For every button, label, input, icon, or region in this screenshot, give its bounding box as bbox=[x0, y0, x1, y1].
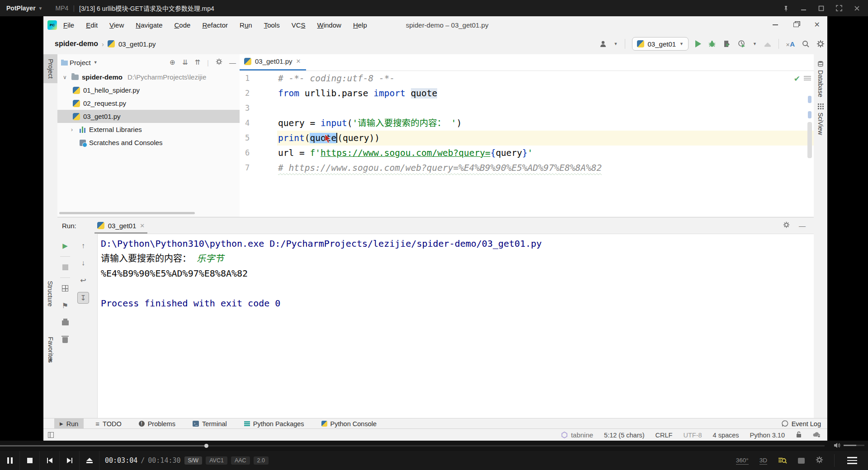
soft-wrap-icon[interactable]: ↩ bbox=[78, 275, 89, 286]
code-line-2[interactable]: 2from urllib.parse import quote bbox=[240, 86, 814, 101]
lock-icon[interactable] bbox=[796, 431, 802, 439]
collapse-all-icon[interactable]: ⇈ bbox=[195, 58, 201, 66]
locate-file-icon[interactable]: ⊕ bbox=[170, 58, 175, 66]
code-line-6[interactable]: 6url = f'https://www.sogou.com/web?query… bbox=[240, 146, 814, 160]
profiler-dropdown-icon[interactable]: ▼ bbox=[753, 42, 757, 46]
eject-button[interactable] bbox=[80, 451, 99, 470]
status-crlf[interactable]: CRLF bbox=[656, 432, 673, 439]
stop-button[interactable] bbox=[20, 451, 40, 470]
console-output[interactable]: D:\Python\Python310\python.exe D:/Pychar… bbox=[97, 234, 814, 418]
close-icon[interactable] bbox=[854, 5, 860, 11]
ide-restore-icon[interactable] bbox=[793, 23, 799, 27]
breadcrumb-project[interactable]: spider-demo bbox=[55, 40, 98, 48]
menu-tools[interactable]: Tools bbox=[264, 21, 280, 29]
translate-icon[interactable]: ✕A bbox=[786, 40, 795, 48]
status-4-spaces[interactable]: 4 spaces bbox=[713, 432, 739, 439]
hide-panel-icon[interactable]: — bbox=[229, 59, 236, 66]
pause-button[interactable] bbox=[0, 451, 20, 470]
menu-vcs[interactable]: VCS bbox=[292, 21, 306, 29]
volume-slider[interactable] bbox=[844, 445, 864, 446]
project-panel-title[interactable]: Project bbox=[70, 59, 91, 66]
previous-button[interactable] bbox=[40, 451, 60, 470]
debug-button[interactable] bbox=[708, 40, 716, 48]
code-line-4[interactable]: 4query = input('请输入要搜索的内容： ') bbox=[240, 116, 814, 131]
editor-tab-03-get01[interactable]: 03_get01.py ✕ bbox=[240, 53, 306, 70]
playlist-doc-icon[interactable] bbox=[798, 458, 805, 464]
menu-run[interactable]: Run bbox=[240, 21, 252, 29]
code-line-5[interactable]: 5print(quote(query)) bbox=[240, 131, 814, 146]
inspections-ok-icon[interactable]: ✔ bbox=[794, 74, 800, 84]
panel-settings-icon[interactable] bbox=[216, 58, 222, 66]
horizontal-scrollbar[interactable] bbox=[59, 212, 195, 214]
tool-tab-todo[interactable]: TODO bbox=[90, 418, 127, 429]
seek-bar[interactable] bbox=[0, 445, 825, 446]
tool-tab-sciview[interactable]: SciView bbox=[817, 103, 824, 135]
run-config-select[interactable]: 03_get01 ▼ bbox=[632, 37, 689, 51]
tool-tab-project[interactable]: Project bbox=[43, 54, 57, 83]
code-line-1[interactable]: 1# -*- coding:utf-8 -*- bbox=[240, 71, 814, 86]
vr-360-button[interactable]: 360° bbox=[736, 457, 749, 465]
print-icon[interactable] bbox=[60, 317, 71, 328]
project-node[interactable]: ›External Libraries bbox=[57, 123, 240, 136]
chevron-down-icon[interactable]: ∨ bbox=[63, 74, 68, 80]
tool-tab-console[interactable]: Python Console bbox=[316, 418, 382, 429]
player-app-name[interactable]: PotPlayer bbox=[6, 5, 36, 12]
down-stack-icon[interactable]: ↓ bbox=[78, 258, 89, 268]
tool-tab-run[interactable]: Run bbox=[54, 418, 84, 429]
restore-layout-icon[interactable] bbox=[60, 283, 71, 294]
project-root-row[interactable]: ∨ spider-demo D:\PycharmProjects\lezijie bbox=[57, 70, 240, 84]
cloud-gear-icon[interactable] bbox=[813, 431, 821, 439]
menu-navigate[interactable]: Navigate bbox=[136, 21, 162, 29]
code-line-7[interactable]: 7# https://www.sogou.com/web?query=%E4%B… bbox=[240, 160, 814, 175]
chevron-right-icon[interactable]: › bbox=[71, 127, 76, 133]
pin-icon[interactable] bbox=[783, 5, 789, 11]
fullscreen-icon[interactable] bbox=[836, 5, 842, 11]
settings-gear-icon[interactable] bbox=[816, 40, 825, 48]
player-menu-chevron-icon[interactable]: ▼ bbox=[38, 6, 44, 11]
project-node[interactable]: Scratches and Consoles bbox=[57, 136, 240, 149]
search-everywhere-icon[interactable] bbox=[802, 40, 810, 48]
next-button[interactable] bbox=[60, 451, 80, 470]
run-button[interactable] bbox=[695, 40, 701, 47]
project-dropdown-icon[interactable]: ▼ bbox=[94, 60, 98, 65]
rerun-icon[interactable]: ▶ bbox=[60, 240, 71, 251]
ide-minimize-icon[interactable] bbox=[773, 24, 778, 25]
user-account-icon[interactable] bbox=[599, 40, 607, 48]
menu-help[interactable]: Help bbox=[353, 21, 367, 29]
menu-window[interactable]: Window bbox=[317, 21, 341, 29]
run-tab-03-get01[interactable]: 03_get01 ✕ bbox=[94, 217, 147, 234]
expand-all-icon[interactable]: ⇊ bbox=[182, 58, 188, 66]
playlist-icon[interactable] bbox=[847, 457, 857, 464]
subtitle-search-icon[interactable] bbox=[778, 457, 787, 464]
inspection-widget-icon[interactable] bbox=[804, 75, 811, 81]
menu-code[interactable]: Code bbox=[175, 21, 191, 29]
clear-all-icon[interactable] bbox=[60, 334, 71, 345]
scroll-to-end-icon[interactable]: ↧ bbox=[77, 292, 89, 304]
tool-tab-database[interactable]: Database bbox=[817, 61, 824, 97]
tool-windows-toggle-icon[interactable] bbox=[48, 432, 54, 438]
code-line-3[interactable]: 3 bbox=[240, 101, 814, 116]
coverage-button[interactable] bbox=[723, 40, 731, 48]
close-run-tab-icon[interactable]: ✕ bbox=[140, 222, 145, 229]
ide-close-icon[interactable]: ✕ bbox=[814, 21, 820, 28]
speaker-icon[interactable] bbox=[834, 442, 841, 448]
user-dropdown-icon[interactable]: ▼ bbox=[614, 42, 618, 46]
project-file[interactable]: 01_hello_spider.py bbox=[57, 84, 240, 97]
player-settings-gear-icon[interactable] bbox=[816, 456, 823, 465]
tool-tab-problems[interactable]: Problems bbox=[133, 418, 181, 429]
menu-edit[interactable]: Edit bbox=[86, 21, 98, 29]
status-utf-8[interactable]: UTF-8 bbox=[683, 432, 702, 439]
minimize-icon[interactable] bbox=[801, 5, 807, 11]
project-file[interactable]: 03_get01.py bbox=[57, 110, 240, 123]
event-log-button[interactable]: Event Log bbox=[782, 420, 821, 428]
tool-tab-structure[interactable]: Structure bbox=[43, 290, 57, 297]
editor-scrollbar[interactable] bbox=[807, 122, 812, 158]
maximize-icon[interactable] bbox=[818, 5, 824, 11]
tool-tab-packages[interactable]: Python Packages bbox=[239, 418, 310, 429]
tool-tab-favorites[interactable]: Favorites ★ bbox=[43, 346, 57, 363]
profiler-button[interactable] bbox=[738, 40, 746, 48]
tool-tab-terminal[interactable]: Terminal bbox=[187, 418, 232, 429]
pin-tab-icon[interactable]: ⚑ bbox=[60, 300, 71, 311]
run-settings-gear-icon[interactable] bbox=[783, 221, 790, 230]
video-frame[interactable]: PC FileEditViewNavigateCodeRefactorRunTo… bbox=[0, 16, 868, 441]
